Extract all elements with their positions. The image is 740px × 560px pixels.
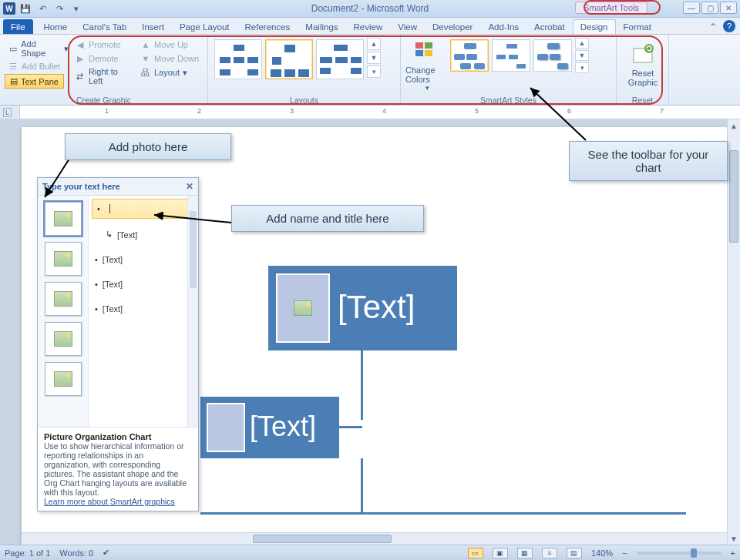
smartart-top-text[interactable]: [Text] [338, 289, 415, 326]
redo-icon[interactable]: ↷ [52, 2, 66, 15]
text-pane-thumb-4[interactable] [45, 322, 82, 356]
tab-addins[interactable]: Add-Ins [480, 19, 526, 34]
zoom-in-button[interactable]: + [731, 548, 735, 558]
promote-button[interactable]: ◀Promote [72, 38, 137, 52]
smartart-assistant-text[interactable]: [Text] [250, 411, 316, 443]
svg-line-6 [45, 159, 69, 197]
vertical-scroll-thumb[interactable] [729, 150, 738, 243]
status-words[interactable]: Words: 0 [59, 548, 93, 558]
callout-add-name: Add name and title here [231, 205, 424, 232]
zoom-level[interactable]: 140% [591, 548, 613, 558]
layout-option-1[interactable] [214, 39, 262, 79]
zoom-slider[interactable] [637, 552, 722, 555]
view-outline-button[interactable]: ≡ [542, 548, 557, 558]
move-down-button[interactable]: ▼Move Down [137, 52, 203, 65]
styles-scroll-up[interactable]: ▲ [575, 38, 589, 49]
text-pane-item-4[interactable]: •[Text] [89, 272, 198, 297]
text-pane-thumb-3[interactable] [45, 282, 82, 316]
layouts-scroll-up[interactable]: ▲ [367, 38, 381, 50]
smartart-tools-contextual-tab: SmartArt Tools [575, 2, 648, 14]
annotation-arrow-name [150, 212, 234, 243]
smartart-assistant-picture-placeholder[interactable] [207, 403, 245, 452]
minimize-ribbon-icon[interactable]: ⌃ [709, 22, 717, 32]
smartart-top-node[interactable]: [Text] [268, 266, 457, 350]
ruler-track[interactable]: 1 2 3 4 5 6 7 [20, 106, 740, 119]
tab-acrobat[interactable]: Acrobat [526, 19, 573, 34]
horizontal-ruler: L 1 2 3 4 5 6 7 [0, 106, 740, 119]
layout-menu-button[interactable]: 品Layout ▾ [137, 65, 203, 79]
tab-developer[interactable]: Developer [425, 19, 480, 34]
reset-group-label: Reset [617, 96, 668, 105]
smartart-assistant-node[interactable]: [Text] [200, 397, 339, 458]
tab-home[interactable]: Home [36, 19, 76, 34]
minimize-button[interactable]: — [683, 2, 700, 14]
add-shape-icon: ▭ [8, 43, 18, 54]
style-option-1-selected[interactable] [450, 39, 489, 72]
view-draft-button[interactable]: ▤ [567, 548, 582, 558]
qat-more-icon[interactable]: ▾ [69, 2, 83, 15]
vertical-scrollbar[interactable]: ▲ ▼ [727, 119, 740, 545]
smartart-connector-4 [361, 458, 363, 512]
smartart-top-picture-placeholder[interactable] [276, 273, 330, 343]
horizontal-scroll-thumb[interactable] [253, 535, 392, 543]
tab-references[interactable]: References [237, 19, 298, 34]
scroll-up-icon[interactable]: ▲ [728, 119, 740, 132]
tab-design[interactable]: Design [573, 19, 616, 34]
close-button[interactable]: ✕ [720, 2, 737, 14]
reset-graphic-icon [630, 41, 656, 67]
layout-option-2-selected[interactable] [265, 39, 313, 79]
scroll-down-icon[interactable]: ▼ [728, 532, 740, 545]
right-to-left-button[interactable]: ⇄Right to Left [72, 65, 137, 87]
styles-scroll-down[interactable]: ▼ [575, 50, 589, 61]
tab-view[interactable]: View [390, 19, 425, 34]
ribbon-group-create-graphic: ▭Add Shape ▾ ☰Add Bullet ▤Text Pane ◀Pro… [0, 35, 208, 106]
layouts-scroll-down[interactable]: ▼ [367, 52, 381, 64]
text-pane-info-link[interactable]: Learn more about SmartArt graphics [44, 497, 175, 506]
zoom-out-button[interactable]: − [622, 548, 627, 558]
picture-placeholder-icon [294, 300, 312, 316]
layout-option-3[interactable] [316, 39, 364, 79]
save-icon[interactable]: 💾 [18, 2, 32, 15]
demote-button[interactable]: ▶Demote [72, 52, 137, 65]
horizontal-scrollbar[interactable] [22, 532, 727, 545]
tab-file[interactable]: File [3, 19, 33, 34]
add-shape-button[interactable]: ▭Add Shape ▾ [5, 38, 72, 59]
word-app-icon[interactable]: W [3, 2, 15, 15]
style-option-3[interactable] [533, 39, 572, 72]
status-page[interactable]: Page: 1 of 1 [5, 548, 50, 558]
restore-button[interactable]: ▢ [701, 2, 718, 14]
demote-icon: ▶ [75, 53, 86, 64]
reset-graphic-button[interactable]: Reset Graphic [621, 38, 664, 92]
svg-rect-0 [415, 42, 423, 49]
move-up-icon: ▲ [140, 39, 151, 50]
view-print-layout-button[interactable]: ▭ [468, 548, 483, 558]
zoom-slider-handle[interactable] [691, 548, 697, 558]
layouts-more-button[interactable]: ▾ [367, 65, 381, 78]
text-pane-thumb-5[interactable] [45, 362, 82, 396]
text-pane-info: Picture Organization Chart Use to show h… [38, 427, 198, 511]
text-pane-thumb-2[interactable] [45, 242, 82, 276]
smartart-connector-3 [200, 512, 686, 515]
styles-more-button[interactable]: ▾ [575, 62, 589, 73]
tab-page-layout[interactable]: Page Layout [172, 19, 237, 34]
tab-carols[interactable]: Carol's Tab [75, 19, 134, 34]
text-pane-close-icon[interactable]: ✕ [186, 181, 193, 192]
text-pane-toggle-button[interactable]: ▤Text Pane [5, 74, 64, 89]
text-pane-item-3[interactable]: •[Text] [89, 247, 198, 272]
undo-icon[interactable]: ↶ [35, 2, 49, 15]
view-full-screen-button[interactable]: ▣ [493, 548, 508, 558]
move-up-button[interactable]: ▲Move Up [137, 38, 203, 52]
tab-format[interactable]: Format [616, 19, 659, 34]
text-pane-item-5[interactable]: •[Text] [89, 297, 198, 321]
style-option-2[interactable] [492, 39, 530, 72]
callout-toolbar: See the toolbar for your chart [569, 141, 728, 181]
tab-insert[interactable]: Insert [134, 19, 172, 34]
change-colors-button[interactable]: Change Colors▾ [405, 38, 449, 92]
help-icon[interactable]: ? [723, 20, 735, 32]
tab-review[interactable]: Review [346, 19, 391, 34]
status-proofing-icon[interactable]: ✔ [103, 548, 109, 558]
tab-mailings[interactable]: Mailings [298, 19, 345, 34]
add-bullet-button[interactable]: ☰Add Bullet [5, 59, 72, 73]
text-pane-icon: ▤ [10, 76, 18, 86]
view-web-layout-button[interactable]: ▦ [517, 548, 533, 558]
